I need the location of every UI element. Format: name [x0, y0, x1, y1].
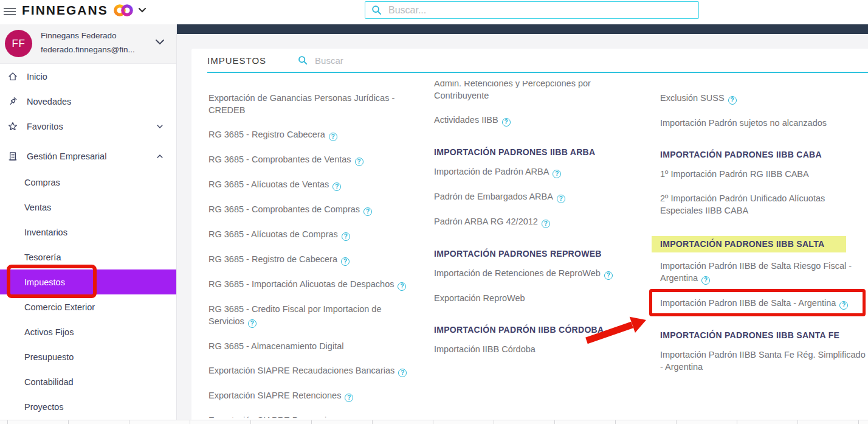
- sidebar-item-presupuesto[interactable]: Presupuesto: [0, 344, 176, 369]
- help-icon[interactable]: ?: [398, 369, 407, 377]
- topbar: FINNEGANS: [0, 0, 868, 24]
- sidebar-item-ventas[interactable]: Ventas: [0, 195, 176, 220]
- item-label: Importación de Padrón ARBA: [434, 167, 549, 176]
- help-icon[interactable]: ?: [355, 158, 363, 166]
- sidebar-item-comercio-exterior[interactable]: Comercio Exterior: [0, 294, 176, 319]
- help-icon[interactable]: ?: [248, 319, 257, 328]
- menu-link-2-importacion-padron-unificado-alicuotas-especiales-iibb-caba[interactable]: 2º Importación Padrón Unificado Alícuota…: [660, 192, 868, 217]
- user-account-section[interactable]: FF Finnegans Federado federado.finnegans…: [0, 24, 176, 64]
- menu-link-importacion-padron-sujetos-no-alcanzados[interactable]: Importación Padrón sujetos no alcanzados: [660, 117, 868, 129]
- sidebar-item-activos-fijos[interactable]: Activos Fijos: [0, 319, 176, 344]
- help-icon[interactable]: ?: [728, 96, 737, 105]
- impuestos-panel: IMPUESTOS Exportación de Ganancias Perso…: [191, 49, 868, 420]
- menu-link-rg-3685-almacenamiento-digital[interactable]: RG 3685 - Almacenamiento Digital: [208, 340, 434, 352]
- home-icon: [7, 71, 18, 82]
- menu-link-importacion-padron-iibb-santa-fe-reg-simplificado-argentina[interactable]: Importación Padrón IIBB Santa Fe Rég. Si…: [660, 349, 868, 373]
- menu-link-exportacion-siapre-recaudaciones-bancarias[interactable]: Exportación SIAPRE Recaudaciones Bancari…: [208, 364, 434, 377]
- sidebar-item-inicio[interactable]: Inicio: [0, 64, 176, 89]
- menu-link-exportacion-siapre-retenciones[interactable]: Exportación SIAPRE Retenciones?: [208, 389, 434, 402]
- menu-link-rg-3685-registro-de-cabecera[interactable]: RG 3685 - Registro de Cabecera?: [208, 253, 434, 266]
- item-label: 1º Importación Padrón RG IIBB CABA: [660, 169, 809, 179]
- menu-link-importacion-de-retenciones-de-reproweb[interactable]: Importación de Retenciones de ReproWeb?: [434, 267, 660, 280]
- user-caret-icon[interactable]: [156, 40, 164, 45]
- menu-link-1-importacion-padron-rg-iibb-caba[interactable]: 1º Importación Padrón RG IIBB CABA: [660, 168, 868, 180]
- menu-link-rg-3685-registro-cabecera[interactable]: RG 3685 - Registro Cabecera?: [208, 128, 434, 141]
- sidebar-item-label: Inicio: [27, 72, 47, 82]
- menu-link-rg-3685-importacion-alicuotas-de-despachos[interactable]: RG 3685 - Importación Alicuotas de Despa…: [208, 278, 434, 291]
- item-label: Exclusión SUSS: [660, 93, 725, 103]
- item-label: RG 3685 - Registro Cabecera: [208, 130, 325, 139]
- finnegans-logo[interactable]: FINNEGANS: [22, 3, 146, 18]
- menu-link-rg-3685-credito-fiscal-por-importacion-de-servicios[interactable]: RG 3685 - Credito Fiscal por Importacion…: [208, 303, 434, 328]
- help-icon[interactable]: ?: [557, 195, 565, 203]
- menu-link-importacion-de-padron-arba[interactable]: Importación de Padrón ARBA?: [434, 165, 660, 178]
- help-icon[interactable]: ?: [332, 182, 341, 191]
- sidebar-item-label: Novedades: [27, 97, 71, 106]
- item-label: RG 3685 - Alícuotas de Ventas: [208, 179, 329, 189]
- item-label: RG 3685 - Alícuotas de Compras: [208, 229, 338, 239]
- sidebar-item-gestion-empresarial[interactable]: Gestión Empresarial: [0, 144, 176, 169]
- menu-link-importacion-iibb-cordoba[interactable]: Importación IIBB Córdoba: [434, 343, 660, 355]
- menu-link-padron-de-embargados-arba[interactable]: Padrón de Embargados ARBA?: [434, 190, 660, 203]
- sidebar-item-novedades[interactable]: Novedades: [0, 89, 176, 114]
- sidebar-item-inventarios[interactable]: Inventarios: [0, 220, 176, 245]
- grid-tick: [737, 420, 737, 424]
- sidebar-item-tesoreria[interactable]: Tesorería: [0, 245, 176, 269]
- item-label: Exportación SIAPRE Recaudaciones Bancari…: [208, 366, 394, 375]
- menu-link-importacion-padron-iibb-de-salta-riesgo-fiscal-argentina[interactable]: Importación Padrón IIBB de Salta Riesgo …: [660, 260, 868, 285]
- help-icon[interactable]: ?: [345, 394, 353, 402]
- menu-link-exportacion-siapre-percepciones[interactable]: Exportación SIAPRE Percepciones?: [208, 414, 434, 418]
- global-search[interactable]: [365, 1, 699, 19]
- section-header-importacion-padrones-iibb-salta: IMPORTACIÓN PADRONES IIBB SALTA: [660, 236, 868, 252]
- menu-link-importacion-padron-iibb-de-salta-argentina[interactable]: Importación Padron IIBB de Salta - Argen…: [660, 297, 868, 310]
- menu-link-exportacion-reproweb[interactable]: Exportación ReproWeb: [434, 292, 660, 304]
- chevron-down-icon[interactable]: [156, 122, 164, 131]
- grid-tick: [372, 420, 373, 424]
- impuestos-search-input[interactable]: [314, 55, 411, 66]
- hamburger-menu-icon[interactable]: [4, 6, 16, 16]
- menu-link-padron-arba-rg-42-2012[interactable]: Padrón ARBA RG 42/2012?: [434, 215, 660, 228]
- sidebar-subnav: ComprasVentasInventariosTesoreríaImpuest…: [0, 170, 176, 419]
- menu-link-rg-3685-comprobantes-de-compras[interactable]: RG 3685 - Comprobantes de Compras?: [208, 203, 434, 216]
- help-icon[interactable]: ?: [542, 220, 550, 228]
- menu-link-admin-retenciones-y-percepciones-por-contribuyente[interactable]: Admin. Retenciones y Percepciones por Co…: [434, 81, 660, 102]
- menu-link-rg-3685-alicuotas-de-compras[interactable]: RG 3685 - Alícuotas de Compras?: [208, 228, 434, 241]
- menu-link-exportacion-de-ganancias-personas-juridicas-credeb[interactable]: Exportación de Ganancias Personas Jurídi…: [208, 92, 434, 116]
- sidebar-item-label: Gestión Empresarial: [27, 151, 106, 161]
- help-icon[interactable]: ?: [701, 276, 710, 285]
- impuestos-search[interactable]: [298, 55, 411, 66]
- menu-link-rg-3685-alicuotas-de-ventas[interactable]: RG 3685 - Alícuotas de Ventas?: [208, 178, 434, 191]
- sidebar-item-favoritos[interactable]: Favoritos: [0, 114, 176, 139]
- sidebar-item-contabilidad[interactable]: Contabilidad: [0, 369, 176, 394]
- avatar: FF: [5, 30, 32, 57]
- annotation-highlight: IMPORTACIÓN PADRONES IIBB SALTA: [652, 236, 846, 252]
- menu-link-exclusion-suss[interactable]: Exclusión SUSS?: [660, 92, 868, 105]
- sidebar-item-impuestos[interactable]: Impuestos: [0, 269, 176, 294]
- menu-link-actividades-iibb[interactable]: Actividades IIBB?: [434, 114, 660, 127]
- column-3: Exclusión SUSS?Importación Padrón sujeto…: [660, 81, 868, 418]
- item-label: 2º Importación Padrón Unificado Alícuota…: [660, 193, 825, 215]
- help-icon[interactable]: ?: [341, 257, 350, 266]
- grid-tick: [494, 420, 494, 424]
- help-icon[interactable]: ?: [839, 301, 848, 310]
- item-label: Admin. Retenciones y Percepciones por Co…: [434, 81, 591, 100]
- chevron-up-icon[interactable]: [156, 152, 164, 161]
- pin-icon: [7, 96, 18, 107]
- help-icon[interactable]: ?: [502, 118, 511, 127]
- help-icon[interactable]: ?: [363, 207, 372, 216]
- grid-tick: [615, 420, 616, 424]
- help-icon[interactable]: ?: [398, 282, 406, 291]
- item-label: IMPORTACIÓN PADRONES IIBB CABA: [660, 150, 822, 159]
- sidebar-item-compras[interactable]: Compras: [0, 170, 176, 195]
- help-icon[interactable]: ?: [553, 170, 561, 178]
- logo-caret-icon[interactable]: [139, 8, 146, 13]
- help-icon[interactable]: ?: [342, 232, 350, 241]
- sidebar-item-proyectos[interactable]: Proyectos: [0, 394, 176, 419]
- item-label: Exportación SIAPRE Percepciones: [208, 415, 346, 418]
- user-name: Finnegans Federado: [41, 31, 117, 40]
- help-icon[interactable]: ?: [604, 271, 613, 280]
- help-icon[interactable]: ?: [329, 133, 337, 141]
- global-search-input[interactable]: [387, 4, 692, 16]
- item-label: IMPORTACIÓN PADRONES IIBB ARBA: [434, 147, 595, 157]
- menu-link-rg-3685-comprobantes-de-ventas[interactable]: RG 3685 - Comprobantes de Ventas?: [208, 153, 434, 166]
